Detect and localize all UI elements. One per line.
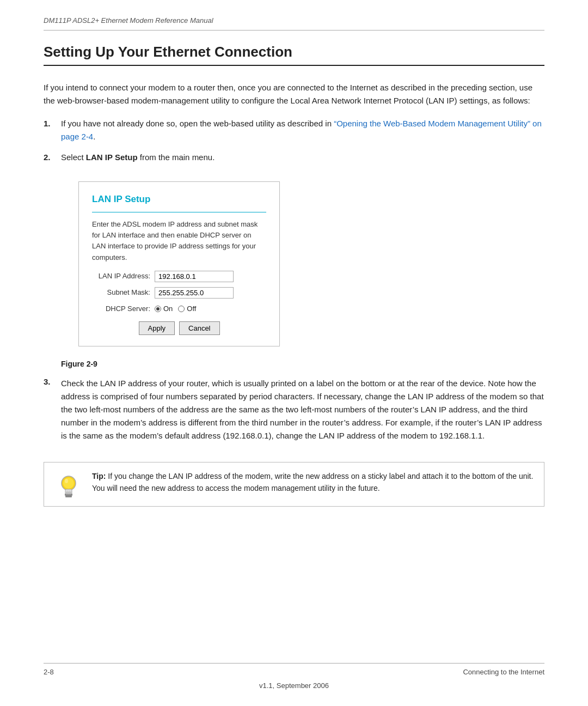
lan-ip-row: LAN IP Address: [92,271,266,282]
svg-rect-8 [66,492,71,494]
tip-icon-container [54,470,83,498]
footer-area: 2-8 Connecting to the Internet v1.1, Sep… [44,647,544,690]
lan-ip-input[interactable] [155,271,234,282]
subnet-mask-row: Subnet Mask: [92,287,266,299]
step-number-1: 1. [44,117,61,143]
subnet-mask-input[interactable] [155,287,234,299]
dhcp-off-option[interactable]: Off [178,303,196,315]
step-2-content: Select LAN IP Setup from the main menu. … [61,151,544,352]
dhcp-row: DHCP Server: On Off [92,303,266,315]
svg-point-9 [65,479,68,483]
svg-point-3 [63,478,74,489]
dialog-button-row: Apply Cancel [92,321,266,335]
dhcp-radio-group: On Off [155,303,196,315]
step-number-3: 3. [44,377,61,442]
dhcp-on-option[interactable]: On [155,303,173,315]
step-1-text-after: . [93,132,95,141]
figure-label: Figure 2-9 [61,360,544,368]
lightbulb-icon [56,470,81,498]
step-2-bold: LAN IP Setup [86,153,138,162]
cancel-button[interactable]: Cancel [179,321,219,335]
tip-text: Tip: If you change the LAN IP address of… [92,470,534,495]
step-3-container: 3. Check the LAN IP address of your rout… [44,377,544,442]
lan-dialog: LAN IP Setup Enter the ADSL modem IP add… [78,181,280,346]
dhcp-on-radio[interactable] [155,306,161,312]
dhcp-label: DHCP Server: [92,303,155,315]
lan-dialog-description: Enter the ADSL modem IP address and subn… [92,219,266,263]
tip-body: If you change the LAN IP address of the … [92,472,533,492]
footer-center: v1.1, September 2006 [44,681,544,690]
list-item: 1. If you have not already done so, open… [44,117,544,143]
step-number-2: 2. [44,151,61,352]
svg-rect-7 [66,491,71,492]
subnet-mask-label: Subnet Mask: [92,287,155,299]
intro-paragraph: If you intend to connect your modem to a… [44,81,544,107]
tip-box: Tip: If you change the LAN IP address of… [44,462,544,507]
dhcp-off-label: Off [187,303,196,315]
manual-header: DM111P ADSL2+ Ethernet Modem Reference M… [44,16,544,31]
dhcp-off-radio[interactable] [178,306,185,312]
step-2-text-after: from the main menu. [138,153,215,162]
step-3-content: Check the LAN IP address of your router,… [61,377,544,442]
lan-dialog-title: LAN IP Setup [92,192,266,212]
tip-bold-label: Tip: [92,472,106,480]
footer-left: 2-8 [44,668,54,676]
dhcp-on-label: On [163,303,173,315]
lan-ip-label: LAN IP Address: [92,271,155,282]
list-item: 2. Select LAN IP Setup from the main men… [44,151,544,352]
apply-button[interactable]: Apply [139,321,175,335]
page-title: Setting Up Your Ethernet Connection [44,44,544,66]
step-1-text-before: If you have not already done so, open th… [61,119,334,128]
svg-rect-1 [65,496,72,497]
step-2-text-before: Select [61,153,86,162]
footer-right: Connecting to the Internet [463,668,544,676]
footer-line: 2-8 Connecting to the Internet [44,663,544,676]
step-1-content: If you have not already done so, open th… [61,117,544,143]
